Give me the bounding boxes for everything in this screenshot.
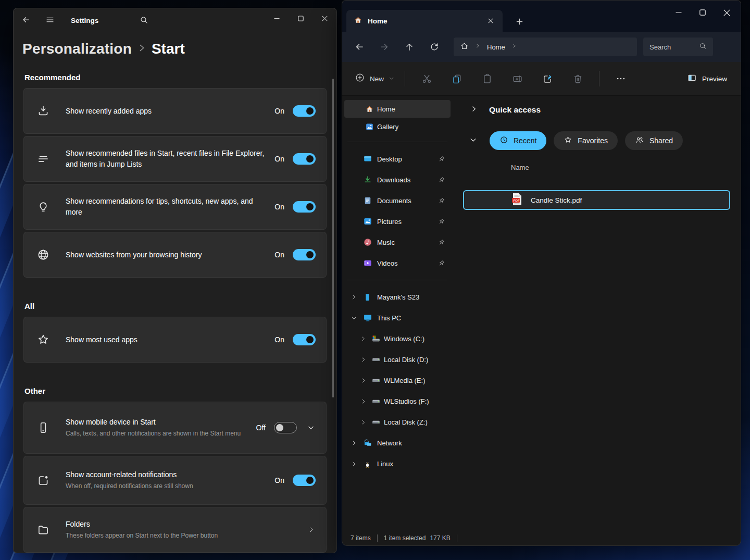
setting-row-folders[interactable]: Folders These folders appear on Start ne… xyxy=(23,507,327,553)
toggle-account-notifications[interactable] xyxy=(293,475,316,486)
address-crumb-home[interactable]: Home xyxy=(487,43,505,51)
back-button[interactable] xyxy=(17,11,35,30)
toggle-recommended-files[interactable] xyxy=(293,153,316,165)
pin-icon[interactable] xyxy=(438,197,445,205)
setting-row-recommendations-tips[interactable]: Show recommendations for tips, shortcuts… xyxy=(23,184,327,230)
chevron-right-icon[interactable] xyxy=(351,440,357,446)
nav-forward-button[interactable] xyxy=(376,38,393,56)
rename-icon[interactable]: A xyxy=(505,68,529,89)
chevron-down-icon[interactable] xyxy=(306,423,316,432)
preview-button[interactable]: Preview xyxy=(682,68,732,89)
sidebar-item-wlmedia-e[interactable]: WLMedia (E:) xyxy=(344,370,451,391)
sidebar-item-music[interactable]: Music xyxy=(344,232,451,253)
minimize-button[interactable] xyxy=(265,8,289,28)
sidebar-item-this-pc[interactable]: This PC xyxy=(344,307,451,328)
sidebar-item-local-disk-d[interactable]: Local Disk (D:) xyxy=(344,349,451,370)
new-button[interactable]: New xyxy=(351,68,398,89)
minimize-button[interactable] xyxy=(667,3,691,22)
sidebar-item-home[interactable]: Home xyxy=(344,100,451,118)
settings-search-button[interactable] xyxy=(134,11,153,30)
close-button[interactable] xyxy=(715,3,739,22)
sidebar-item-local-disk-z[interactable]: Local Disk (Z:) xyxy=(344,412,451,432)
cut-icon[interactable] xyxy=(415,68,439,89)
search-box[interactable]: Search xyxy=(643,38,713,56)
chevron-right-icon[interactable] xyxy=(360,335,367,342)
setting-row-most-used-apps[interactable]: Show most used apps On xyxy=(23,317,327,363)
sidebar-item-wlstudios-f[interactable]: WLStudios (F:) xyxy=(344,391,451,412)
sidebar-item-windows-c[interactable]: Windows (C:) xyxy=(344,328,451,349)
copy-icon[interactable] xyxy=(445,68,469,89)
chevron-down-icon[interactable] xyxy=(469,136,477,146)
share-icon[interactable] xyxy=(535,68,559,89)
home-icon xyxy=(365,105,374,114)
maximize-button[interactable] xyxy=(691,3,715,22)
pin-icon[interactable] xyxy=(438,259,445,267)
sidebar-item-label: Mayank's S23 xyxy=(377,293,419,301)
toggle-mobile-device[interactable] xyxy=(274,422,297,433)
sidebar-item-videos[interactable]: Videos xyxy=(344,253,451,273)
close-button[interactable] xyxy=(312,8,336,28)
tab-home[interactable]: Home xyxy=(346,10,503,32)
pin-icon[interactable] xyxy=(438,218,445,226)
sidebar-item-documents[interactable]: Documents xyxy=(344,190,451,211)
pin-icon[interactable] xyxy=(438,155,445,163)
settings-scrollbar[interactable] xyxy=(332,79,334,397)
sidebar-item-desktop[interactable]: Desktop xyxy=(344,148,451,169)
menu-button[interactable] xyxy=(41,11,59,30)
preview-button-label: Preview xyxy=(702,75,727,83)
toggle-websites-history[interactable] xyxy=(293,249,316,260)
toggle-recently-added-apps[interactable] xyxy=(293,105,316,117)
filters-row: Recent Favorites Shared xyxy=(469,131,741,150)
setting-row-websites-history[interactable]: Show websites from your browsing history… xyxy=(23,232,327,278)
chevron-right-icon[interactable] xyxy=(360,377,367,384)
quick-access-header[interactable]: Quick access xyxy=(470,105,741,115)
file-row-selected[interactable]: PDF Candle Stick.pdf xyxy=(463,190,730,210)
sidebar-item-pictures[interactable]: Pictures xyxy=(344,211,451,232)
filter-pill-recent[interactable]: Recent xyxy=(490,131,546,150)
lightbulb-icon xyxy=(35,200,51,214)
status-divider xyxy=(457,534,457,542)
toggle-recommendations-tips[interactable] xyxy=(293,201,316,213)
sidebar-item-linux[interactable]: Linux xyxy=(344,453,451,474)
new-tab-button[interactable] xyxy=(512,14,527,29)
filter-pill-shared[interactable]: Shared xyxy=(625,131,683,150)
setting-subtitle: When off, required notifications are sti… xyxy=(66,482,267,491)
chevron-right-icon[interactable] xyxy=(360,356,367,363)
setting-row-recommended-files[interactable]: Show recommended files in Start, recent … xyxy=(23,136,327,182)
setting-row-recently-added-apps[interactable]: Show recently added apps On xyxy=(23,88,327,134)
paste-icon[interactable] xyxy=(475,68,499,89)
chevron-right-icon[interactable] xyxy=(360,419,367,426)
chevron-down-icon[interactable] xyxy=(351,315,357,321)
column-header-name[interactable]: Name xyxy=(511,164,741,171)
chevron-right-icon[interactable] xyxy=(470,105,478,115)
toggle-most-used-apps[interactable] xyxy=(293,334,316,345)
pin-icon[interactable] xyxy=(438,239,445,246)
clock-icon xyxy=(499,135,508,146)
breadcrumb-personalization[interactable]: Personalization xyxy=(22,41,132,57)
sidebar-item-downloads[interactable]: Downloads xyxy=(344,169,451,190)
nav-back-button[interactable] xyxy=(351,38,368,56)
refresh-icon[interactable] xyxy=(426,38,443,56)
hamburger-icon xyxy=(45,15,55,27)
maximize-button[interactable] xyxy=(289,8,312,28)
pin-icon[interactable] xyxy=(438,176,445,184)
tab-close-icon[interactable] xyxy=(484,14,497,28)
plus-circle-icon xyxy=(355,72,365,85)
chevron-right-icon[interactable] xyxy=(351,294,357,301)
sidebar-item-gallery[interactable]: Gallery xyxy=(344,118,451,135)
chevron-right-icon[interactable] xyxy=(360,398,367,405)
see-more-icon[interactable] xyxy=(609,68,633,89)
sidebar-item-network[interactable]: Network xyxy=(344,432,451,453)
nav-up-button[interactable] xyxy=(401,38,418,56)
documents-icon xyxy=(363,196,372,205)
filter-pill-favorites[interactable]: Favorites xyxy=(554,131,618,150)
setting-row-mobile-device[interactable]: Show mobile device in Start Calls, texts… xyxy=(23,402,327,454)
settings-app-title: Settings xyxy=(71,17,98,24)
drive-icon xyxy=(371,417,381,427)
sidebar-item-phone-device[interactable]: Mayank's S23 xyxy=(344,287,451,307)
chevron-right-icon[interactable] xyxy=(351,461,357,467)
setting-row-account-notifications[interactable]: Show account-related notifications When … xyxy=(23,456,327,505)
setting-title: Show recently added apps xyxy=(66,107,152,115)
address-bar[interactable]: Home xyxy=(454,38,637,56)
delete-icon[interactable] xyxy=(566,68,590,89)
